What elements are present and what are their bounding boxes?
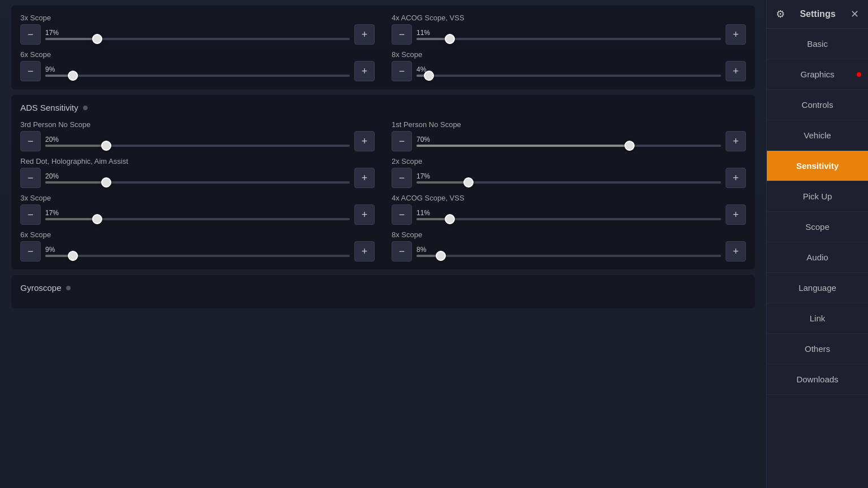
minus-btn-3x-scope-top[interactable]: −: [20, 24, 41, 45]
minus-btn-3x-scope-ads[interactable]: −: [20, 204, 41, 225]
minus-btn-1st-no-scope[interactable]: −: [392, 131, 412, 151]
slider-track-8x-scope-ads[interactable]: [416, 255, 721, 257]
slider-thumb-3rd-no-scope[interactable]: [101, 141, 111, 151]
sidebar-item-controls[interactable]: Controls: [767, 90, 868, 120]
slider-thumb-8x-scope-ads[interactable]: [436, 251, 446, 261]
slider-track-container-red-dot: 20%: [45, 172, 350, 184]
plus-btn-4x-acog-ads[interactable]: +: [726, 204, 746, 225]
gear-icon: ⚙: [776, 8, 785, 20]
slider-fill-2x-scope: [416, 181, 468, 184]
slider-track-3x-scope-top[interactable]: [45, 38, 350, 40]
slider-row-8x-scope-top: 8x Scope − 4% +: [392, 50, 746, 81]
slider-thumb-4x-acog-top[interactable]: [445, 34, 455, 44]
slider-thumb-red-dot[interactable]: [101, 177, 111, 188]
plus-btn-6x-scope-top[interactable]: +: [354, 61, 375, 81]
plus-btn-8x-scope-ads[interactable]: +: [726, 241, 746, 262]
slider-track-container-4x-acog-top: 11%: [416, 29, 721, 40]
minus-btn-3rd-no-scope[interactable]: −: [20, 131, 41, 151]
plus-btn-3x-scope-top[interactable]: +: [354, 24, 375, 45]
slider-value-8x-scope-top: 4%: [416, 66, 721, 73]
slider-track-container-2x-scope: 17%: [416, 172, 721, 184]
slider-label-8x-scope-ads: 8x Scope: [392, 230, 746, 239]
sidebar-item-pickup[interactable]: Pick Up: [767, 181, 868, 212]
slider-track-1st-no-scope[interactable]: [416, 145, 721, 147]
minus-btn-2x-scope[interactable]: −: [392, 168, 412, 188]
sidebar-item-others[interactable]: Others: [767, 334, 868, 364]
slider-label-6x-scope-ads: 6x Scope: [20, 230, 375, 239]
slider-control-8x-scope-ads: − 8% +: [392, 241, 746, 262]
slider-row-1st-no-scope: 1st Person No Scope − 70% +: [392, 120, 746, 151]
slider-value-1st-no-scope: 70%: [416, 136, 721, 143]
slider-row-3x-scope-ads: 3x Scope − 17% +: [20, 194, 375, 225]
slider-track-container-6x-scope-top: 9%: [45, 66, 350, 77]
plus-btn-3x-scope-ads[interactable]: +: [354, 204, 375, 225]
plus-btn-red-dot[interactable]: +: [354, 168, 375, 188]
slider-thumb-3x-scope-ads[interactable]: [92, 214, 102, 224]
slider-track-red-dot[interactable]: [45, 181, 350, 184]
settings-sidebar: ⚙ Settings ✕ Basic Graphics Controls Veh…: [766, 0, 868, 488]
slider-track-3rd-no-scope[interactable]: [45, 145, 350, 147]
slider-thumb-8x-scope-top[interactable]: [424, 71, 434, 81]
slider-track-container-6x-scope-ads: 9%: [45, 246, 350, 257]
slider-track-6x-scope-ads[interactable]: [45, 255, 350, 257]
plus-btn-6x-scope-ads[interactable]: +: [354, 241, 375, 262]
sidebar-item-basic[interactable]: Basic: [767, 29, 868, 59]
minus-btn-6x-scope-top[interactable]: −: [20, 61, 41, 81]
slider-label-red-dot: Red Dot, Holographic, Aim Assist: [20, 157, 375, 165]
slider-thumb-6x-scope-ads[interactable]: [68, 251, 78, 261]
slider-thumb-1st-no-scope[interactable]: [624, 141, 635, 151]
slider-row-4x-acog-ads: 4x ACOG Scope, VSS − 11% +: [392, 194, 746, 225]
slider-value-6x-scope-top: 9%: [45, 66, 350, 73]
top-sliders-grid: 3x Scope − 17% + 4x ACOG Scope, VSS: [20, 14, 746, 81]
minus-btn-8x-scope-ads[interactable]: −: [392, 241, 412, 262]
minus-btn-6x-scope-ads[interactable]: −: [20, 241, 41, 262]
slider-track-8x-scope-top[interactable]: [416, 75, 721, 77]
main-content: 3x Scope − 17% + 4x ACOG Scope, VSS: [0, 0, 766, 488]
slider-fill-3x-scope-top: [45, 38, 97, 40]
slider-track-2x-scope[interactable]: [416, 181, 721, 184]
close-icon[interactable]: ✕: [850, 8, 859, 20]
top-scope-section: 3x Scope − 17% + 4x ACOG Scope, VSS: [11, 6, 755, 89]
slider-control-1st-no-scope: − 70% +: [392, 131, 746, 151]
slider-control-4x-acog-ads: − 11% +: [392, 204, 746, 225]
sidebar-item-scope[interactable]: Scope: [767, 212, 868, 242]
minus-btn-red-dot[interactable]: −: [20, 168, 41, 188]
sidebar-item-link[interactable]: Link: [767, 303, 868, 334]
plus-btn-3rd-no-scope[interactable]: +: [354, 131, 375, 151]
slider-value-6x-scope-ads: 9%: [45, 246, 350, 254]
minus-btn-4x-acog-ads[interactable]: −: [392, 204, 412, 225]
slider-thumb-6x-scope-top[interactable]: [68, 71, 78, 81]
sidebar-item-sensitivity[interactable]: Sensitivity: [767, 151, 868, 181]
plus-btn-4x-acog-top[interactable]: +: [726, 24, 746, 45]
slider-label-8x-scope-top: 8x Scope: [392, 50, 746, 59]
slider-fill-3x-scope-ads: [45, 218, 97, 220]
minus-btn-8x-scope-top[interactable]: −: [392, 61, 412, 81]
slider-track-4x-acog-top[interactable]: [416, 38, 721, 40]
sidebar-item-downloads[interactable]: Downloads: [767, 364, 868, 395]
slider-control-2x-scope: − 17% +: [392, 168, 746, 188]
slider-control-6x-scope-top: − 9% +: [20, 61, 375, 81]
plus-btn-2x-scope[interactable]: +: [726, 168, 746, 188]
sidebar-item-vehicle[interactable]: Vehicle: [767, 120, 868, 151]
sidebar-item-graphics[interactable]: Graphics: [767, 59, 868, 90]
slider-thumb-3x-scope-top[interactable]: [92, 34, 102, 44]
slider-control-3x-scope-ads: − 17% +: [20, 204, 375, 225]
slider-track-container-1st-no-scope: 70%: [416, 136, 721, 147]
slider-thumb-4x-acog-ads[interactable]: [445, 214, 455, 224]
minus-btn-4x-acog-top[interactable]: −: [392, 24, 412, 45]
slider-track-4x-acog-ads[interactable]: [416, 218, 721, 220]
slider-label-3rd-no-scope: 3rd Person No Scope: [20, 120, 375, 129]
slider-row-3rd-no-scope: 3rd Person No Scope − 20% +: [20, 120, 375, 151]
slider-label-3x-scope-top: 3x Scope: [20, 14, 375, 22]
slider-track-6x-scope-top[interactable]: [45, 75, 350, 77]
slider-label-4x-acog-top: 4x ACOG Scope, VSS: [392, 14, 746, 22]
sidebar-item-language[interactable]: Language: [767, 273, 868, 303]
slider-thumb-2x-scope[interactable]: [463, 177, 474, 188]
slider-track-3x-scope-ads[interactable]: [45, 218, 350, 220]
slider-track-container-3x-scope-top: 17%: [45, 29, 350, 40]
plus-btn-8x-scope-top[interactable]: +: [726, 61, 746, 81]
sidebar-item-audio[interactable]: Audio: [767, 242, 868, 273]
slider-value-4x-acog-ads: 11%: [416, 209, 721, 217]
plus-btn-1st-no-scope[interactable]: +: [726, 131, 746, 151]
slider-control-4x-acog-top: − 11% +: [392, 24, 746, 45]
